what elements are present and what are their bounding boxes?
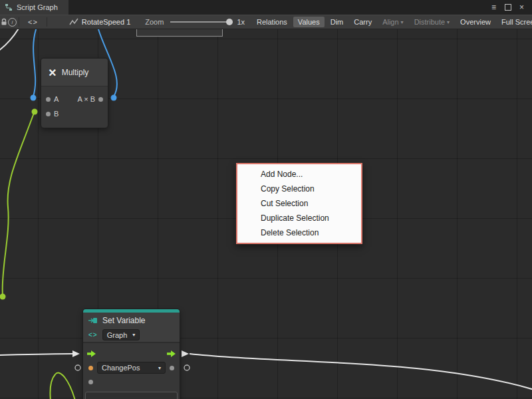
zoom-slider-knob[interactable] [226, 19, 233, 25]
port-label-b: B [54, 110, 59, 118]
overview-button[interactable]: Overview [456, 17, 495, 27]
context-menu: Add Node... Copy Selection Cut Selection… [236, 163, 362, 244]
align-dropdown-button[interactable]: Align▾ [378, 17, 408, 27]
port-variable-input[interactable] [88, 366, 93, 370]
variable-name: ChangePos [102, 364, 140, 372]
wire-green-endpoint [32, 109, 38, 115]
graph-name: RotateSpeed 1 [82, 18, 130, 26]
window-menu-icon[interactable]: ≡ [489, 0, 499, 15]
variable-row: ChangePos ▾ [83, 362, 180, 373]
window-restore-icon[interactable] [503, 0, 513, 15]
wire-blue-endpoint [111, 95, 117, 101]
flow-in-arrow [72, 350, 80, 357]
tab-title: Script Graph [17, 3, 58, 11]
port-label-a: A [54, 95, 59, 103]
flow-input-port[interactable] [87, 350, 96, 357]
toolbar-divider [47, 17, 47, 27]
wire-blue-endpoint [31, 95, 37, 101]
chevron-down-icon: ▾ [158, 365, 161, 371]
scope-value: Graph [107, 331, 128, 339]
menu-item-duplicate-selection[interactable]: Duplicate Selection [237, 211, 361, 225]
titlebar: Script Graph ≡ × [0, 0, 532, 15]
menu-item-copy-selection[interactable]: Copy Selection [237, 182, 361, 196]
code-view-icon[interactable]: <> [21, 17, 45, 27]
multiply-node-title: Multiply [62, 68, 89, 77]
window-close-icon[interactable]: × [517, 0, 527, 15]
unity-script-graph-window: Script Graph ≡ × i <> RotateSpeed 1 Zoo [0, 0, 532, 399]
wire-white-flow-in [0, 354, 72, 355]
port-value-input[interactable] [88, 380, 93, 384]
chevron-down-icon: ▾ [401, 19, 404, 25]
carry-button[interactable]: Carry [349, 17, 376, 27]
chevron-down-icon: ▾ [132, 332, 135, 338]
multiply-icon: × [49, 66, 57, 79]
menu-item-add-node[interactable]: Add Node... [237, 167, 361, 182]
clipped-node[interactable] [136, 29, 223, 37]
tab-script-graph[interactable]: Script Graph [0, 0, 68, 15]
multiply-row-b: B [41, 106, 108, 121]
fullscreen-button[interactable]: Full Screen [497, 17, 532, 27]
lock-icon[interactable] [0, 18, 8, 26]
value-row [88, 376, 93, 387]
set-variable-subheader: <> Graph ▾ [83, 328, 180, 342]
graph-canvas[interactable]: × Multiply A A × B B [0, 29, 532, 399]
set-variable-title: Set Variable [102, 316, 145, 325]
node-inline-value[interactable] [85, 392, 178, 399]
multiply-node[interactable]: × Multiply A A × B B [41, 59, 108, 128]
relations-button[interactable]: Relations [252, 17, 292, 27]
graph-zigzag-icon [69, 18, 78, 26]
dim-button[interactable]: Dim [326, 17, 348, 27]
info-icon[interactable]: i [8, 18, 17, 27]
toolbar-divider [19, 17, 19, 27]
scope-dropdown[interactable]: Graph ▾ [102, 329, 140, 340]
flow-output-port[interactable] [167, 350, 176, 357]
node-divider [83, 342, 180, 343]
variable-dropdown[interactable]: ChangePos ▾ [97, 362, 166, 374]
set-variable-node[interactable]: Set Variable <> Graph ▾ [83, 309, 180, 399]
wire-green-long [3, 111, 35, 295]
script-graph-icon [5, 3, 13, 11]
wire-blue-left [33, 29, 37, 96]
window-controls: ≡ × [489, 0, 532, 15]
graph-toolbar: i <> RotateSpeed 1 Zoom 1x Relations Val… [0, 15, 532, 29]
menu-item-cut-selection[interactable]: Cut Selection [237, 196, 361, 211]
wire-white-flow-out [190, 354, 532, 390]
multiply-node-header[interactable]: × Multiply [41, 59, 108, 86]
zoom-slider-track[interactable] [170, 21, 231, 23]
chevron-down-icon: ▾ [447, 19, 450, 25]
distribute-dropdown-button[interactable]: Distribute▾ [410, 17, 454, 27]
zoom-slider[interactable] [170, 17, 231, 27]
port-label-output: A × B [77, 95, 95, 103]
set-variable-icon [88, 317, 98, 325]
values-button[interactable]: Values [293, 17, 325, 27]
graph-scope-icon: <> [88, 331, 98, 338]
zoom-value: 1x [237, 18, 245, 26]
zoom-label: Zoom [145, 18, 164, 26]
multiply-row-a: A A × B [41, 92, 108, 106]
port-input-b[interactable] [46, 112, 51, 116]
menu-item-delete-selection[interactable]: Delete Selection [237, 225, 361, 240]
port-input-a[interactable] [46, 97, 51, 102]
wire-green-hook [51, 373, 75, 399]
port-circle-left [75, 365, 80, 370]
port-variable-output[interactable] [170, 366, 174, 370]
port-output[interactable] [98, 97, 103, 102]
flow-row [83, 348, 180, 359]
graph-breadcrumb[interactable]: RotateSpeed 1 [69, 18, 130, 26]
set-variable-header[interactable]: Set Variable [83, 313, 180, 328]
wire-white-topleft [0, 29, 19, 51]
wire-green-endpoint [0, 294, 6, 300]
flow-out-arrow [182, 350, 189, 357]
port-circle-right [184, 365, 190, 370]
